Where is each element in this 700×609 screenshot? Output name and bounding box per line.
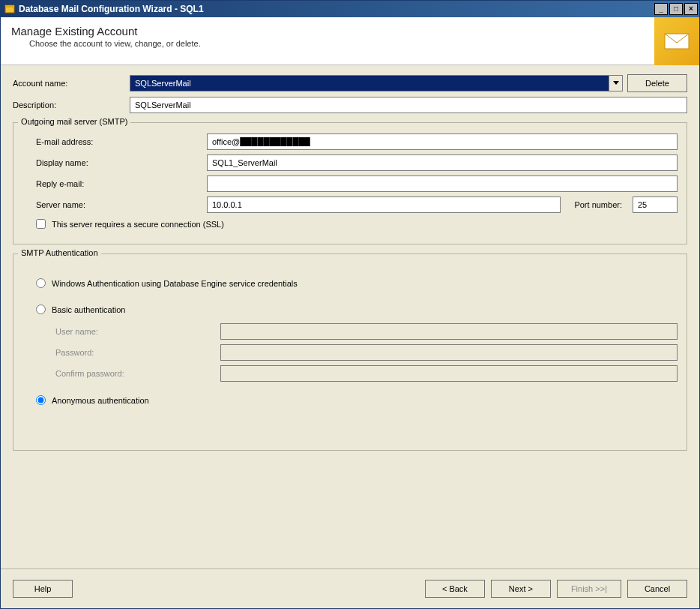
username-label: User name:: [55, 327, 216, 336]
page-subtitle: Choose the account to view, change, or d…: [29, 39, 689, 48]
chevron-down-icon: [613, 81, 619, 86]
anonymous-auth-label: Anonymous authentication: [52, 396, 149, 405]
description-label: Description:: [13, 100, 125, 110]
password-label: Password:: [55, 348, 216, 357]
next-button[interactable]: Next >: [491, 580, 551, 598]
wizard-header: Manage Existing Account Choose the accou…: [1, 17, 699, 65]
combo-dropdown-button[interactable]: [609, 75, 623, 92]
smtp-group: Outgoing mail server (SMTP) E-mail addre…: [13, 122, 687, 244]
maximize-button[interactable]: □: [669, 3, 683, 15]
server-name-input[interactable]: [207, 196, 561, 213]
app-icon: [4, 3, 16, 15]
description-input[interactable]: [130, 97, 687, 113]
windows-auth-label: Windows Authentication using Database En…: [52, 279, 298, 288]
account-name-value: SQLServerMail: [130, 75, 609, 92]
titlebar: Database Mail Configuration Wizard - SQL…: [1, 1, 699, 17]
minimize-button[interactable]: _: [654, 3, 668, 15]
auth-legend: SMTP Authentication: [18, 248, 101, 257]
email-input[interactable]: [207, 134, 678, 150]
reply-email-input[interactable]: [207, 176, 678, 192]
confirm-password-label: Confirm password:: [55, 369, 216, 378]
port-input[interactable]: [633, 196, 678, 213]
window-title: Database Mail Configuration Wizard - SQL…: [19, 4, 654, 14]
account-name-combo[interactable]: SQLServerMail: [130, 75, 623, 92]
server-name-label: Server name:: [22, 200, 202, 209]
wizard-window: Database Mail Configuration Wizard - SQL…: [0, 0, 700, 609]
password-input: [220, 344, 678, 361]
reply-email-label: Reply e-mail:: [22, 179, 202, 188]
window-controls: _ □ ×: [654, 3, 698, 15]
email-label: E-mail address:: [22, 137, 202, 146]
ssl-checkbox[interactable]: [36, 219, 46, 229]
display-name-label: Display name:: [22, 158, 202, 167]
svg-rect-1: [5, 5, 14, 8]
basic-auth-label: Basic authentication: [52, 305, 125, 314]
username-input: [220, 323, 678, 340]
windows-auth-radio[interactable]: [36, 278, 46, 288]
smtp-legend: Outgoing mail server (SMTP): [18, 117, 130, 126]
port-label: Port number:: [565, 200, 628, 209]
auth-group: SMTP Authentication Windows Authenticati…: [13, 254, 687, 451]
finish-button: Finish >>|: [557, 580, 621, 598]
account-name-label: Account name:: [13, 79, 125, 88]
back-button[interactable]: < Back: [425, 580, 485, 598]
mail-icon: [654, 17, 699, 65]
close-button[interactable]: ×: [684, 3, 698, 15]
basic-auth-radio[interactable]: [36, 304, 46, 314]
ssl-label: This server requires a secure connection…: [52, 220, 224, 229]
help-button[interactable]: Help: [13, 580, 73, 598]
wizard-footer: Help < Back Next > Finish >>| Cancel: [1, 568, 699, 608]
page-title: Manage Existing Account: [11, 25, 689, 38]
confirm-password-input: [220, 365, 678, 382]
delete-button[interactable]: Delete: [627, 74, 687, 92]
anonymous-auth-radio[interactable]: [36, 395, 46, 405]
wizard-body: Account name: SQLServerMail Delete Descr…: [1, 65, 699, 568]
cancel-button[interactable]: Cancel: [627, 580, 687, 598]
display-name-input[interactable]: [207, 154, 678, 171]
